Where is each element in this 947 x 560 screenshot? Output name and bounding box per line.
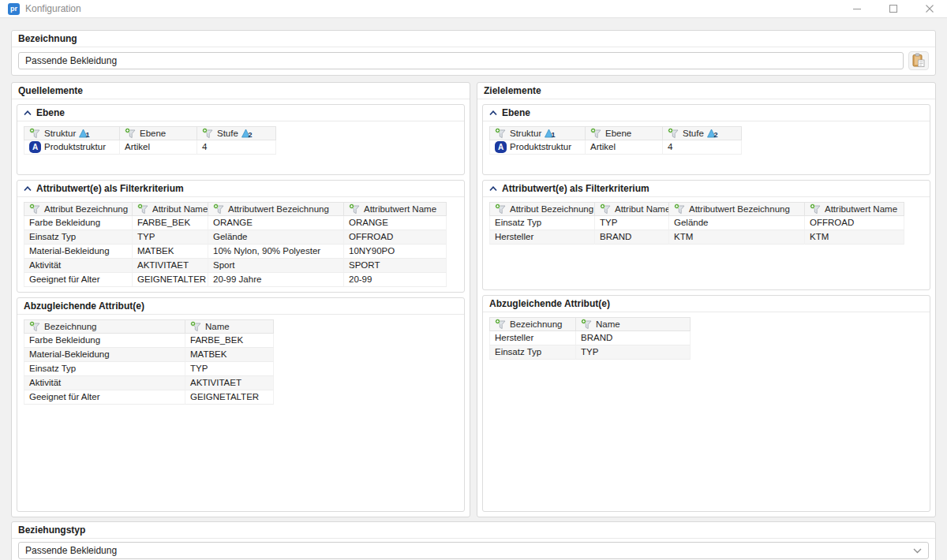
section-title: Ebene xyxy=(36,107,65,118)
structure-type-icon: A xyxy=(29,141,41,153)
collapse-chevron-up-icon[interactable] xyxy=(489,186,497,192)
table-cell: Hersteller xyxy=(489,230,595,245)
table-cell: AProduktstruktur xyxy=(24,140,120,155)
column-header-attributwert-bezeichnung[interactable]: Attributwert Bezeichnung xyxy=(669,202,805,216)
minimize-icon[interactable] xyxy=(852,4,862,13)
table-cell: 10NY90PO xyxy=(344,245,447,259)
table-cell: Farbe Bekleidung xyxy=(24,216,133,230)
table-row[interactable]: Farbe BekleidungFARBE_BEKORANGEORANGE xyxy=(24,216,458,230)
filter-add-icon[interactable] xyxy=(125,128,137,139)
zielelemente-header: Zielelemente xyxy=(477,83,935,99)
table-row[interactable]: Farbe BekleidungFARBE_BEK xyxy=(24,334,458,348)
column-header-attribut-name[interactable]: Attribut Name xyxy=(133,202,208,216)
column-header-ebene[interactable]: Ebene xyxy=(120,126,197,140)
filter-add-icon[interactable] xyxy=(349,203,361,215)
filter-add-icon[interactable] xyxy=(495,128,507,139)
table-cell: KTM xyxy=(805,230,904,245)
filter-add-icon[interactable] xyxy=(495,203,507,215)
filter-add-icon[interactable] xyxy=(668,128,679,139)
bezeichnung-input[interactable] xyxy=(18,52,904,69)
maximize-icon[interactable] xyxy=(889,4,898,13)
table-row[interactable]: Einsatz TypTYP xyxy=(489,345,923,360)
table-row[interactable]: Einsatz TypTYPGeländeOFFROAD xyxy=(489,216,923,230)
filter-add-icon[interactable] xyxy=(137,203,149,215)
table-cell: OFFROAD xyxy=(344,230,447,245)
column-header-attributwert-bezeichnung[interactable]: Attributwert Bezeichnung xyxy=(208,202,344,216)
column-header-struktur[interactable]: Struktur1 xyxy=(24,126,120,140)
table-cell: TYP xyxy=(576,345,691,360)
table-row[interactable]: HerstellerBRAND xyxy=(489,331,923,345)
collapse-chevron-up-icon[interactable] xyxy=(24,186,32,192)
bezeichnung-panel: Bezeichnung xyxy=(11,30,936,76)
table-row[interactable]: HerstellerBRANDKTMKTM xyxy=(489,230,923,245)
clipboard-paste-button[interactable] xyxy=(908,51,929,70)
filter-add-icon[interactable] xyxy=(213,203,225,215)
filter-add-icon[interactable] xyxy=(590,128,602,139)
column-header-name[interactable]: Name xyxy=(185,319,274,334)
table-header-row: Attribut BezeichnungAttribut NameAttribu… xyxy=(489,202,923,216)
section-title: Attributwert(e) als Filterkriterium xyxy=(502,183,649,194)
bezeichnung-header: Bezeichnung xyxy=(12,31,935,47)
quellelemente-header: Quellelemente xyxy=(12,83,470,99)
column-header-attribut-name[interactable]: Attribut Name xyxy=(595,202,669,216)
table-cell: Gelände xyxy=(208,230,344,245)
column-header-attributwert-name[interactable]: Attributwert Name xyxy=(344,202,447,216)
table-row[interactable]: AktivitätAKTIVITAETSportSPORT xyxy=(24,259,458,273)
table-cell: GEIGNETALTER xyxy=(185,390,274,405)
column-header-bezeichnung[interactable]: Bezeichnung xyxy=(489,317,576,331)
filter-add-icon[interactable] xyxy=(202,128,214,139)
table-row[interactable]: Einsatz TypTYP xyxy=(24,362,458,376)
table-cell: FARBE_BEK xyxy=(185,334,274,348)
sort-order-badge: 2 xyxy=(241,129,253,138)
table-header-row: Struktur1EbeneStufe2 xyxy=(24,126,458,140)
filter-add-icon[interactable] xyxy=(581,319,593,330)
table-row[interactable]: AProduktstrukturArtikel4 xyxy=(24,140,458,155)
column-header-attribut-bezeichnung[interactable]: Attribut Bezeichnung xyxy=(24,202,133,216)
abzugleichende-table: BezeichnungNameHerstellerBRANDEinsatz Ty… xyxy=(489,317,923,360)
column-header-struktur[interactable]: Struktur1 xyxy=(489,126,586,140)
column-header-stufe[interactable]: Stufe2 xyxy=(663,126,742,140)
table-row[interactable]: AProduktstrukturArtikel4 xyxy=(489,140,923,155)
section-title: Abzugleichende Attribut(e) xyxy=(24,301,144,312)
beziehungstyp-select[interactable]: Passende Bekleidung xyxy=(18,542,929,559)
collapse-chevron-up-icon[interactable] xyxy=(489,110,497,116)
filter-add-icon[interactable] xyxy=(674,203,686,215)
column-header-stufe[interactable]: Stufe2 xyxy=(197,126,276,140)
section-title: Attributwert(e) als Filterkriterium xyxy=(36,183,184,194)
table-row[interactable]: Einsatz TypTYPGeländeOFFROAD xyxy=(24,230,458,245)
table-cell: TYP xyxy=(595,216,669,230)
table-cell: 4 xyxy=(663,140,742,155)
collapse-chevron-up-icon[interactable] xyxy=(24,110,32,116)
window-title: Konfiguration xyxy=(25,3,81,14)
table-cell: AProduktstruktur xyxy=(489,140,586,155)
filter-add-icon[interactable] xyxy=(495,319,507,330)
section-abzugleichende-quelle: Abzugleichende Attribut(e) BezeichnungNa… xyxy=(17,297,465,512)
table-cell: Aktivität xyxy=(24,259,133,273)
table-row[interactable]: Material-BekleidungMATBEK xyxy=(24,348,458,362)
filter-add-icon[interactable] xyxy=(810,203,822,215)
filter-add-icon[interactable] xyxy=(29,128,41,139)
table-row[interactable]: Geeignet für AlterGEIGNETALTER xyxy=(24,390,458,405)
column-header-bezeichnung[interactable]: Bezeichnung xyxy=(24,319,185,334)
filter-add-icon[interactable] xyxy=(190,321,202,332)
filter-add-icon[interactable] xyxy=(29,321,41,332)
filterkriterium-table: Attribut BezeichnungAttribut NameAttribu… xyxy=(489,202,923,245)
table-cell: Farbe Bekleidung xyxy=(24,334,185,348)
table-cell: 10% Nylon, 90% Polyester xyxy=(208,245,344,259)
beziehungstyp-header: Beziehungstyp xyxy=(12,522,935,539)
elements-area: Quellelemente Ebene Struktur1EbeneStufe2… xyxy=(11,82,936,517)
filter-add-icon[interactable] xyxy=(29,203,41,215)
column-header-attribut-bezeichnung[interactable]: Attribut Bezeichnung xyxy=(489,202,595,216)
table-row[interactable]: Material-BekleidungMATBEK10% Nylon, 90% … xyxy=(24,245,458,259)
close-icon[interactable] xyxy=(925,4,934,13)
column-header-attributwert-name[interactable]: Attributwert Name xyxy=(805,202,904,216)
filter-add-icon[interactable] xyxy=(600,203,612,215)
structure-type-icon: A xyxy=(495,141,507,153)
table-row[interactable]: Geeignet für AlterGEIGNETALTER20-99 Jahr… xyxy=(24,273,458,287)
beziehungstyp-selected-value: Passende Bekleidung xyxy=(25,545,908,556)
section-ebene-quelle: Ebene Struktur1EbeneStufe2AProduktstrukt… xyxy=(17,104,465,175)
svg-text:2: 2 xyxy=(248,131,252,138)
column-header-name[interactable]: Name xyxy=(576,317,691,331)
column-header-ebene[interactable]: Ebene xyxy=(586,126,663,140)
table-row[interactable]: AktivitätAKTIVITAET xyxy=(24,376,458,390)
